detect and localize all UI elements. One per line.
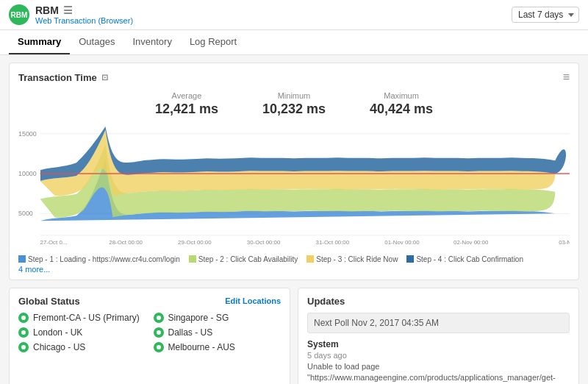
legend-dot-step4: [406, 255, 414, 263]
tab-inventory[interactable]: Inventory: [123, 30, 180, 54]
svg-text:10000: 10000: [18, 170, 37, 177]
header-title-group: RBM ☰ Web Transaction (Browser): [35, 4, 133, 25]
legend-step3: Step - 3 : Click Ride Now: [306, 255, 398, 263]
status-singapore: Singapore - SG: [154, 313, 282, 323]
stat-average: Average 12,421 ms: [155, 91, 218, 117]
legend-dot-step1: [18, 255, 26, 263]
legend-step4: Step - 4 : Click Cab Confirmation: [406, 255, 523, 263]
status-dot-melbourne: [154, 342, 164, 352]
menu-icon[interactable]: ☰: [63, 4, 73, 16]
more-link[interactable]: 4 more...: [10, 265, 578, 280]
app-icon-label: RBM: [11, 11, 28, 19]
status-london: London - UK: [18, 327, 146, 338]
update-text: Unable to load page "https://www.managee…: [307, 361, 570, 384]
updates-card: Updates Next Poll Nov 2, 2017 04:35 AM S…: [298, 288, 579, 384]
stats-row: Average 12,421 ms Minimum 10,232 ms Maxi…: [10, 88, 578, 123]
app-name: RBM ☰: [35, 4, 133, 16]
header: RBM RBM ☰ Web Transaction (Browser) Last…: [0, 0, 588, 30]
svg-text:28-Oct 00:00: 28-Oct 00:00: [109, 239, 143, 246]
chart-svg: 15000 10000 5000: [18, 123, 570, 250]
status-dot-singapore: [154, 313, 164, 323]
status-fremont: Fremont-CA - US (Primary): [18, 313, 146, 323]
updates-title: Updates: [307, 296, 570, 307]
legend-dot-step2: [189, 255, 196, 263]
status-dot-fremont: [18, 313, 29, 323]
status-dot-dallas: [154, 327, 164, 338]
tab-outages[interactable]: Outages: [70, 30, 123, 54]
svg-text:30-Oct 00:00: 30-Oct 00:00: [247, 239, 281, 246]
status-chicago: Chicago - US: [18, 342, 146, 352]
svg-text:15000: 15000: [18, 130, 37, 138]
status-dot-london: [18, 327, 29, 338]
legend-step1: Step - 1 : Loading - https://www.cr4u.co…: [18, 255, 180, 263]
sub-link[interactable]: Web Transaction (Browser): [35, 16, 133, 25]
global-status-title: Global Status Edit Locations: [18, 296, 281, 307]
status-melbourne: Melbourne - AUS: [154, 342, 282, 352]
bottom-grid: Global Status Edit Locations Fremont-CA …: [9, 288, 579, 384]
edit-locations-link[interactable]: Edit Locations: [225, 296, 281, 305]
status-dallas: Dallas - US: [154, 327, 282, 338]
nav-tabs: Summary Outages Inventory Log Report: [0, 30, 588, 55]
card-more-icon[interactable]: ≡: [563, 71, 570, 84]
main-content: Transaction Time ⊡ ≡ Average 12,421 ms M…: [0, 55, 588, 384]
update-system-title: System: [307, 339, 570, 349]
update-poll: Next Poll Nov 2, 2017 04:35 AM: [307, 313, 570, 333]
legend-step2: Step - 2 : Click Cab Availability: [189, 255, 298, 263]
app-icon: RBM: [9, 4, 29, 25]
global-status-card: Global Status Edit Locations Fremont-CA …: [9, 288, 290, 384]
status-dot-chicago: [18, 342, 29, 352]
expand-icon[interactable]: ⊡: [101, 73, 108, 82]
chart-legend: Step - 1 : Loading - https://www.cr4u.co…: [10, 252, 578, 265]
stat-maximum: Maximum 40,424 ms: [370, 91, 433, 117]
card-title: Transaction Time ⊡: [18, 72, 108, 83]
svg-text:03-N: 03-N: [559, 239, 570, 246]
svg-text:31-Oct 00:00: 31-Oct 00:00: [316, 239, 350, 246]
tab-summary[interactable]: Summary: [9, 30, 70, 54]
update-time: 5 days ago: [307, 351, 570, 360]
svg-text:29-Oct 00:00: 29-Oct 00:00: [178, 239, 212, 246]
status-grid: Fremont-CA - US (Primary) Singapore - SG…: [18, 313, 281, 352]
stat-minimum: Minimum 10,232 ms: [262, 91, 326, 117]
transaction-time-card: Transaction Time ⊡ ≡ Average 12,421 ms M…: [9, 63, 579, 280]
svg-text:01-Nov 00:00: 01-Nov 00:00: [384, 239, 420, 246]
chart-container: 15000 10000 5000: [10, 123, 578, 252]
svg-text:02-Nov 00:00: 02-Nov 00:00: [453, 239, 489, 246]
svg-text:5000: 5000: [18, 210, 33, 217]
header-left: RBM RBM ☰ Web Transaction (Browser): [9, 4, 133, 25]
card-header: Transaction Time ⊡ ≡: [10, 63, 578, 88]
time-range-select[interactable]: Last 7 days: [512, 7, 579, 23]
legend-dot-step3: [306, 255, 314, 263]
tab-log-report[interactable]: Log Report: [181, 30, 245, 54]
svg-text:27-Oct 0...: 27-Oct 0...: [40, 239, 68, 246]
